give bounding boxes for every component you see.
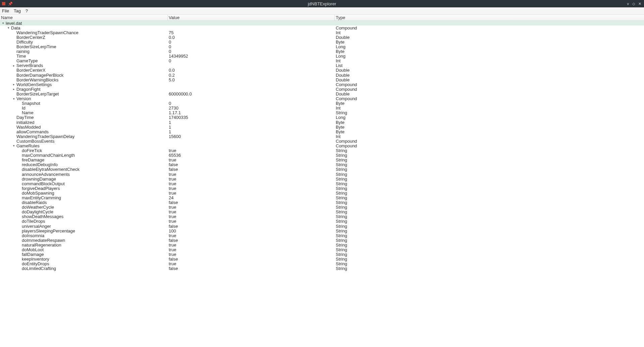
node-name: doFireTick (21, 148, 42, 153)
tree-row[interactable]: doMobSpawningtrueString (0, 191, 644, 195)
tree-row[interactable]: BorderCenterX0.0Double (0, 68, 644, 73)
node-value: false (168, 266, 335, 271)
tree-row[interactable]: ▸DragonFightCompound (0, 87, 644, 91)
tree-row[interactable]: raining0Byte (0, 49, 644, 54)
tree-row[interactable]: fallDamagetrueString (0, 252, 644, 257)
node-name: WanderingTraderSpawnDelay (16, 134, 74, 139)
tree-row[interactable]: disableElytraMovementCheckfalseString (0, 167, 644, 172)
menu-help[interactable]: ? (25, 8, 28, 13)
tree-row[interactable]: keepInventoryfalseString (0, 257, 644, 262)
tree-row[interactable]: reducedDebugInfofalseString (0, 162, 644, 167)
tree-row[interactable]: doFireTicktrueString (0, 148, 644, 153)
tree-row[interactable]: BorderCenterZ0.0Double (0, 35, 644, 40)
header-value[interactable]: Value (168, 15, 335, 20)
tree-row[interactable]: naturalRegenerationtrueString (0, 242, 644, 247)
tree-row[interactable]: GameType0Int (0, 59, 644, 63)
node-type: Int (335, 134, 644, 139)
node-name: keepInventory (21, 257, 49, 262)
close-icon[interactable]: ✕ (638, 2, 641, 6)
node-name: BorderCenterX (16, 68, 46, 73)
node-type: String (335, 167, 644, 172)
node-name: maxEntityCramming (21, 195, 61, 200)
tree-row[interactable]: allowCommands1Byte (0, 129, 644, 134)
tree-row[interactable]: ▸WorldGenSettingsCompound (0, 82, 644, 87)
chevron-right-icon[interactable]: ▸ (12, 83, 16, 86)
tree-row[interactable]: ▸ServerBrandsList (0, 63, 644, 68)
tree-row[interactable]: BorderWarningBlocks5.0Double (0, 77, 644, 82)
tree-row[interactable]: initialized1Byte (0, 120, 644, 125)
node-name: DayTime (16, 115, 34, 120)
tree-row[interactable]: disableRaidsfalseString (0, 200, 644, 205)
tree-row[interactable]: Time14349952Long (0, 54, 644, 59)
tree-row[interactable]: Name1.17.1String (0, 111, 644, 115)
tree-row[interactable]: universalAngerfalseString (0, 224, 644, 228)
tree-row[interactable]: playersSleepingPercentage100String (0, 228, 644, 233)
node-value: true (168, 209, 335, 214)
tree-row[interactable]: forgiveDeadPlayerstrueString (0, 186, 644, 191)
tree-row[interactable]: ▾DataCompound (0, 25, 644, 30)
node-value: 5.0 (168, 77, 335, 82)
chevron-down-icon[interactable]: ▾ (12, 97, 16, 100)
tree-row[interactable]: commandBlockOutputtrueString (0, 181, 644, 186)
header-name[interactable]: Name (0, 15, 168, 20)
tree-row[interactable]: doInsomniatrueString (0, 233, 644, 238)
tree-row[interactable]: ▾GameRulesCompound (0, 143, 644, 148)
menu-file[interactable]: File (2, 8, 9, 13)
node-type: Long (335, 54, 644, 59)
header-type[interactable]: Type (335, 15, 644, 20)
tree-row[interactable]: doMobLoottrueString (0, 248, 644, 252)
tree-row[interactable]: WanderingTraderSpawnChance75Int (0, 30, 644, 35)
chevron-down-icon[interactable]: ▾ (7, 26, 10, 29)
tree-row[interactable]: Id2730Int (0, 106, 644, 111)
menubar: File Tag ? (0, 7, 644, 15)
tree-row[interactable]: WanderingTraderSpawnDelay15600Int (0, 134, 644, 139)
node-type: String (335, 172, 644, 177)
node-value: 17400335 (168, 115, 335, 120)
minimize-icon[interactable]: v (627, 2, 629, 6)
node-name: doMobSpawning (21, 191, 54, 196)
node-name: universalAnger (21, 224, 51, 229)
tree-row[interactable]: showDeathMessagestrueString (0, 214, 644, 219)
tree-row[interactable]: BorderSizeLerpTarget60000000.0Double (0, 91, 644, 96)
tree-row[interactable]: doWeatherCycletrueString (0, 205, 644, 210)
tree-row[interactable]: doLimitedCraftingfalseString (0, 266, 644, 271)
node-type: Byte (335, 49, 644, 54)
node-type: Compound (335, 139, 644, 144)
node-name: doWeatherCycle (21, 205, 54, 210)
tree-row[interactable]: maxEntityCramming24String (0, 195, 644, 200)
node-name: WanderingTraderSpawnChance (16, 30, 78, 35)
chevron-right-icon[interactable]: ▸ (12, 87, 16, 91)
tree-row[interactable]: BorderDamagePerBlock0.2Double (0, 73, 644, 77)
tree-view[interactable]: ▾level.dat▾DataCompoundWanderingTraderSp… (0, 21, 644, 347)
menu-tag[interactable]: Tag (14, 8, 21, 13)
tree-row[interactable]: ▾level.dat (0, 21, 644, 25)
node-value: true (168, 214, 335, 219)
tree-row[interactable]: ▾VersionCompound (0, 96, 644, 101)
tree-row[interactable]: fireDamagetrueString (0, 158, 644, 162)
tree-row[interactable]: CustomBossEventsCompound (0, 139, 644, 143)
tree-row[interactable]: Difficulty0Byte (0, 40, 644, 44)
tree-row[interactable]: maxCommandChainLength65536String (0, 153, 644, 158)
tree-row[interactable]: WasModded1Byte (0, 125, 644, 129)
tree-row[interactable]: BorderSizeLerpTime0Long (0, 44, 644, 49)
chevron-down-icon[interactable]: ▾ (12, 144, 16, 147)
node-value: 0 (168, 40, 335, 45)
node-name: disableRaids (21, 200, 47, 205)
tree-row[interactable]: doTileDropstrueString (0, 219, 644, 224)
pin-icon[interactable]: 📌 (8, 2, 13, 6)
chevron-right-icon[interactable]: ▸ (12, 64, 16, 67)
tree-row[interactable]: announceAdvancementstrueString (0, 172, 644, 177)
node-type: String (335, 110, 644, 115)
tree-row[interactable]: doDaylightCycletrueString (0, 210, 644, 214)
chevron-down-icon[interactable]: ▾ (1, 21, 5, 25)
node-name: commandBlockOutput (21, 181, 65, 186)
node-value: 100 (168, 228, 335, 233)
node-name: doInsomnia (21, 233, 44, 238)
tree-row[interactable]: Snapshot0Byte (0, 101, 644, 106)
tree-row[interactable]: doEntityDropstrueString (0, 262, 644, 266)
tree-row[interactable]: drowningDamagetrueString (0, 177, 644, 181)
tree-row[interactable]: DayTime17400335Long (0, 115, 644, 120)
tree-row[interactable]: doImmediateRespawnfalseString (0, 238, 644, 242)
maximize-icon[interactable]: ◇ (632, 2, 635, 6)
node-value: 0 (168, 101, 335, 106)
